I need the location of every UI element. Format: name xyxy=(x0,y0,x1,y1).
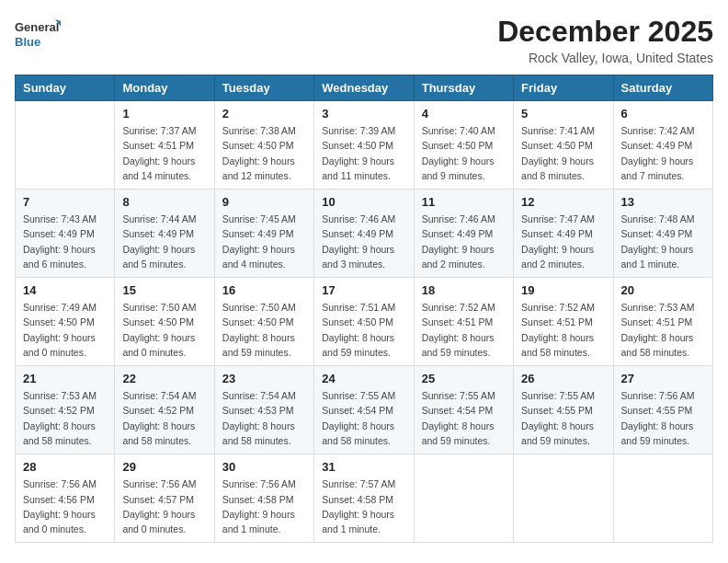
day-number: 14 xyxy=(23,283,107,297)
calendar-week-row: 28Sunrise: 7:56 AMSunset: 4:56 PMDayligh… xyxy=(16,454,713,543)
svg-text:Blue: Blue xyxy=(15,35,40,49)
day-number: 27 xyxy=(621,372,705,385)
day-info: Sunrise: 7:52 AMSunset: 4:51 PMDaylight:… xyxy=(422,300,506,360)
calendar-week-row: 7Sunrise: 7:43 AMSunset: 4:49 PMDaylight… xyxy=(16,190,713,278)
day-info: Sunrise: 7:46 AMSunset: 4:49 PMDaylight:… xyxy=(322,212,405,271)
month-title: December 2025 xyxy=(497,15,713,49)
header-tuesday: Tuesday xyxy=(214,75,313,101)
calendar-cell: 28Sunrise: 7:56 AMSunset: 4:56 PMDayligh… xyxy=(16,454,115,543)
day-number: 26 xyxy=(521,372,605,385)
day-info: Sunrise: 7:55 AMSunset: 4:54 PMDaylight:… xyxy=(422,388,506,448)
day-number: 8 xyxy=(122,195,206,209)
svg-text:General: General xyxy=(15,20,59,34)
calendar-cell: 31Sunrise: 7:57 AMSunset: 4:58 PMDayligh… xyxy=(314,454,414,543)
calendar-cell: 13Sunrise: 7:48 AMSunset: 4:49 PMDayligh… xyxy=(613,190,712,278)
day-info: Sunrise: 7:56 AMSunset: 4:58 PMDaylight:… xyxy=(222,477,306,536)
calendar-cell: 1Sunrise: 7:37 AMSunset: 4:51 PMDaylight… xyxy=(115,101,214,190)
day-number: 5 xyxy=(521,107,605,121)
page-header: General Blue December 2025 Rock Valley, … xyxy=(15,15,713,65)
calendar-header-row: SundayMondayTuesdayWednesdayThursdayFrid… xyxy=(16,75,713,101)
calendar-cell: 19Sunrise: 7:52 AMSunset: 4:51 PMDayligh… xyxy=(514,278,613,366)
title-area: December 2025 Rock Valley, Iowa, United … xyxy=(497,15,713,65)
day-info: Sunrise: 7:51 AMSunset: 4:50 PMDaylight:… xyxy=(322,300,405,360)
calendar-cell: 15Sunrise: 7:50 AMSunset: 4:50 PMDayligh… xyxy=(115,278,214,366)
day-info: Sunrise: 7:56 AMSunset: 4:55 PMDaylight:… xyxy=(621,388,705,448)
calendar-cell: 9Sunrise: 7:45 AMSunset: 4:49 PMDaylight… xyxy=(214,190,313,278)
day-info: Sunrise: 7:50 AMSunset: 4:50 PMDaylight:… xyxy=(122,300,206,360)
calendar-cell: 30Sunrise: 7:56 AMSunset: 4:58 PMDayligh… xyxy=(214,454,313,543)
day-number: 4 xyxy=(422,107,506,121)
day-number: 19 xyxy=(521,283,605,297)
day-info: Sunrise: 7:46 AMSunset: 4:49 PMDaylight:… xyxy=(422,212,506,271)
calendar-week-row: 14Sunrise: 7:49 AMSunset: 4:50 PMDayligh… xyxy=(16,278,713,366)
day-number: 25 xyxy=(422,372,506,385)
calendar-week-row: 21Sunrise: 7:53 AMSunset: 4:52 PMDayligh… xyxy=(16,366,713,454)
calendar-cell: 3Sunrise: 7:39 AMSunset: 4:50 PMDaylight… xyxy=(314,101,414,190)
calendar-cell: 12Sunrise: 7:47 AMSunset: 4:49 PMDayligh… xyxy=(514,190,613,278)
day-info: Sunrise: 7:40 AMSunset: 4:50 PMDaylight:… xyxy=(422,123,506,183)
day-info: Sunrise: 7:56 AMSunset: 4:56 PMDaylight:… xyxy=(23,477,107,536)
day-number: 11 xyxy=(422,195,506,209)
day-number: 10 xyxy=(322,195,405,209)
day-number: 12 xyxy=(521,195,605,209)
calendar-table: SundayMondayTuesdayWednesdayThursdayFrid… xyxy=(15,75,713,543)
day-number: 13 xyxy=(621,195,705,209)
day-info: Sunrise: 7:56 AMSunset: 4:57 PMDaylight:… xyxy=(122,477,206,536)
day-info: Sunrise: 7:54 AMSunset: 4:53 PMDaylight:… xyxy=(222,388,306,448)
day-number: 23 xyxy=(222,372,306,385)
day-number: 21 xyxy=(23,372,107,385)
calendar-cell: 7Sunrise: 7:43 AMSunset: 4:49 PMDaylight… xyxy=(16,190,115,278)
day-info: Sunrise: 7:39 AMSunset: 4:50 PMDaylight:… xyxy=(322,123,405,183)
day-number: 28 xyxy=(23,460,107,474)
day-info: Sunrise: 7:45 AMSunset: 4:49 PMDaylight:… xyxy=(222,212,306,271)
day-info: Sunrise: 7:49 AMSunset: 4:50 PMDaylight:… xyxy=(23,300,107,360)
day-number: 16 xyxy=(222,283,306,297)
day-info: Sunrise: 7:57 AMSunset: 4:58 PMDaylight:… xyxy=(322,477,405,536)
calendar-cell: 10Sunrise: 7:46 AMSunset: 4:49 PMDayligh… xyxy=(314,190,414,278)
day-number: 15 xyxy=(122,283,206,297)
day-info: Sunrise: 7:55 AMSunset: 4:55 PMDaylight:… xyxy=(521,388,605,448)
day-number: 9 xyxy=(222,195,306,209)
calendar-cell xyxy=(16,101,115,190)
day-number: 20 xyxy=(621,283,705,297)
calendar-cell: 25Sunrise: 7:55 AMSunset: 4:54 PMDayligh… xyxy=(414,366,513,454)
day-info: Sunrise: 7:44 AMSunset: 4:49 PMDaylight:… xyxy=(122,212,206,271)
calendar-cell: 11Sunrise: 7:46 AMSunset: 4:49 PMDayligh… xyxy=(414,190,513,278)
day-number: 3 xyxy=(322,107,405,121)
calendar-cell: 6Sunrise: 7:42 AMSunset: 4:49 PMDaylight… xyxy=(613,101,712,190)
day-number: 31 xyxy=(322,460,405,474)
calendar-cell: 24Sunrise: 7:55 AMSunset: 4:54 PMDayligh… xyxy=(314,366,414,454)
day-info: Sunrise: 7:52 AMSunset: 4:51 PMDaylight:… xyxy=(521,300,605,360)
day-number: 2 xyxy=(222,107,306,121)
day-number: 29 xyxy=(122,460,206,474)
calendar-cell: 18Sunrise: 7:52 AMSunset: 4:51 PMDayligh… xyxy=(414,278,513,366)
calendar-cell: 20Sunrise: 7:53 AMSunset: 4:51 PMDayligh… xyxy=(613,278,712,366)
day-number: 7 xyxy=(23,195,107,209)
calendar-cell: 29Sunrise: 7:56 AMSunset: 4:57 PMDayligh… xyxy=(115,454,214,543)
day-number: 24 xyxy=(322,372,405,385)
calendar-cell: 16Sunrise: 7:50 AMSunset: 4:50 PMDayligh… xyxy=(214,278,313,366)
calendar-cell: 2Sunrise: 7:38 AMSunset: 4:50 PMDaylight… xyxy=(214,101,313,190)
day-number: 1 xyxy=(122,107,206,121)
day-number: 18 xyxy=(422,283,506,297)
day-number: 30 xyxy=(222,460,306,474)
day-info: Sunrise: 7:43 AMSunset: 4:49 PMDaylight:… xyxy=(23,212,107,271)
day-number: 22 xyxy=(122,372,206,385)
day-info: Sunrise: 7:50 AMSunset: 4:50 PMDaylight:… xyxy=(222,300,306,360)
header-sunday: Sunday xyxy=(16,75,115,101)
day-info: Sunrise: 7:41 AMSunset: 4:50 PMDaylight:… xyxy=(521,123,605,183)
logo: General Blue xyxy=(15,15,61,56)
header-monday: Monday xyxy=(115,75,214,101)
calendar-cell: 8Sunrise: 7:44 AMSunset: 4:49 PMDaylight… xyxy=(115,190,214,278)
calendar-cell: 23Sunrise: 7:54 AMSunset: 4:53 PMDayligh… xyxy=(214,366,313,454)
calendar-cell: 21Sunrise: 7:53 AMSunset: 4:52 PMDayligh… xyxy=(16,366,115,454)
header-saturday: Saturday xyxy=(613,75,712,101)
calendar-cell xyxy=(514,454,613,543)
calendar-cell xyxy=(414,454,513,543)
day-number: 6 xyxy=(621,107,705,121)
day-info: Sunrise: 7:48 AMSunset: 4:49 PMDaylight:… xyxy=(621,212,705,271)
location-title: Rock Valley, Iowa, United States xyxy=(497,51,713,65)
calendar-cell: 26Sunrise: 7:55 AMSunset: 4:55 PMDayligh… xyxy=(514,366,613,454)
day-info: Sunrise: 7:42 AMSunset: 4:49 PMDaylight:… xyxy=(621,123,705,183)
day-info: Sunrise: 7:53 AMSunset: 4:52 PMDaylight:… xyxy=(23,388,107,448)
